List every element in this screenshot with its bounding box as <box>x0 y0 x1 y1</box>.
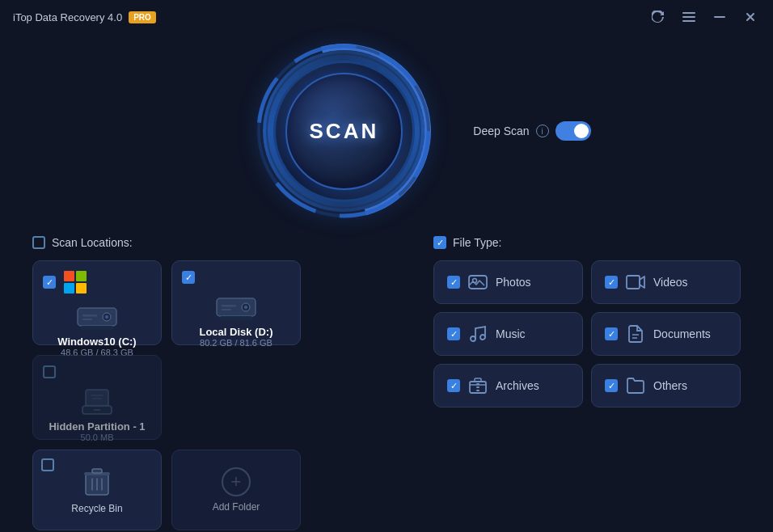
videos-icon <box>626 272 645 292</box>
title-controls <box>648 7 760 27</box>
hdd-d-icon <box>215 292 257 323</box>
recycle-bin-card[interactable]: Recycle Bin <box>32 450 162 530</box>
deep-scan-label: Deep Scan <box>473 125 529 137</box>
disk-hidden-name: Hidden Partition - 1 <box>43 420 151 433</box>
file-type-videos[interactable]: Videos <box>591 260 741 304</box>
disk-card-c-top <box>43 271 151 293</box>
videos-checkbox[interactable] <box>605 276 618 289</box>
file-type-grid: Photos Videos <box>433 260 741 407</box>
disk-hidden-icon-area <box>43 386 151 417</box>
file-types: File Type: Photos <box>433 236 741 407</box>
scan-outer-decoration <box>256 44 431 218</box>
recycle-bin-icon <box>82 466 112 498</box>
others-label: Others <box>653 379 687 392</box>
minimize-button[interactable] <box>710 7 729 27</box>
svg-rect-30 <box>92 469 102 473</box>
hdd-hidden-icon <box>76 386 118 417</box>
others-icon <box>626 376 645 395</box>
svg-point-37 <box>471 336 475 341</box>
scan-locations-checkbox[interactable] <box>32 236 45 249</box>
disk-d-icon-area <box>182 292 290 323</box>
disk-card-c[interactable]: Windows10 (C:) 48.6 GB / 68.3 GB <box>32 260 162 345</box>
title-left: iTop Data Recovery 4.0 PRO <box>13 11 156 23</box>
small-disk-row: Recycle Bin + Add Folder <box>32 450 409 530</box>
svg-rect-44 <box>476 386 479 388</box>
svg-rect-16 <box>220 316 252 320</box>
disk-card-d[interactable]: Local Disk (D:) 80.2 GB / 81.6 GB <box>171 260 301 345</box>
file-type-archives[interactable]: Archives <box>433 364 583 407</box>
info-icon[interactable]: i <box>536 125 549 137</box>
archives-checkbox[interactable] <box>447 379 460 392</box>
app-title: iTop Data Recovery 4.0 <box>13 11 122 23</box>
windows-icon <box>64 271 87 293</box>
music-label: Music <box>496 327 526 340</box>
documents-icon <box>626 324 645 344</box>
scan-locations: Scan Locations: <box>32 236 409 532</box>
deep-scan-area: Deep Scan i <box>473 121 590 141</box>
others-checkbox[interactable] <box>605 379 618 392</box>
svg-rect-2 <box>682 20 695 22</box>
svg-rect-12 <box>82 315 97 317</box>
add-folder-card[interactable]: + Add Folder <box>171 450 301 530</box>
svg-rect-19 <box>222 305 236 307</box>
photos-label: Photos <box>496 276 531 289</box>
disk-hidden-size: 50.0 MB <box>43 433 151 442</box>
music-icon <box>468 324 488 344</box>
add-folder-label: Add Folder <box>213 501 260 513</box>
videos-label: Videos <box>653 276 688 289</box>
file-type-photos[interactable]: Photos <box>433 260 583 304</box>
refresh-icon <box>652 11 665 23</box>
recycle-bin-label: Recycle Bin <box>71 503 122 514</box>
svg-point-18 <box>244 306 247 309</box>
deep-scan-toggle[interactable] <box>555 121 591 141</box>
svg-rect-36 <box>627 276 640 289</box>
disk-card-hidden-top <box>43 365 151 378</box>
documents-checkbox[interactable] <box>605 327 618 340</box>
deep-scan-row: Deep Scan i <box>473 121 590 141</box>
add-folder-icon: + <box>222 467 251 496</box>
file-type-music[interactable]: Music <box>433 312 583 356</box>
photos-icon <box>468 272 488 292</box>
file-type-documents[interactable]: Documents <box>591 312 741 356</box>
file-type-checkbox[interactable] <box>433 236 446 249</box>
file-type-title: File Type: <box>453 236 501 249</box>
close-button[interactable] <box>741 7 760 27</box>
disk-card-hidden[interactable]: Hidden Partition - 1 50.0 MB <box>32 355 162 440</box>
scan-area: SCAN Deep Scan i <box>32 34 741 236</box>
scan-locations-title: Scan Locations: <box>52 236 133 249</box>
svg-rect-1 <box>682 16 695 18</box>
minimize-icon <box>713 11 726 23</box>
close-icon <box>744 11 757 23</box>
disk-hidden-checkbox[interactable] <box>43 365 56 378</box>
documents-label: Documents <box>653 327 711 340</box>
file-type-others[interactable]: Others <box>591 364 741 407</box>
svg-rect-25 <box>91 395 103 396</box>
svg-point-11 <box>105 315 108 319</box>
menu-icon <box>682 11 695 23</box>
svg-rect-26 <box>92 398 102 399</box>
disk-d-size: 80.2 GB / 81.6 GB <box>182 338 290 348</box>
refresh-button[interactable] <box>648 7 668 27</box>
bottom-section: Scan Locations: <box>32 236 741 532</box>
svg-rect-3 <box>714 16 725 18</box>
file-types-header: File Type: <box>433 236 741 249</box>
disk-c-icon-area <box>43 302 151 332</box>
music-checkbox[interactable] <box>447 327 460 340</box>
menu-button[interactable] <box>679 7 699 27</box>
recycle-bin-checkbox[interactable] <box>41 458 54 471</box>
svg-rect-13 <box>82 319 92 320</box>
archives-icon <box>468 376 488 395</box>
photos-checkbox[interactable] <box>447 276 460 289</box>
disk-c-checkbox[interactable] <box>43 276 56 289</box>
title-bar: iTop Data Recovery 4.0 PRO <box>0 0 773 34</box>
svg-rect-45 <box>476 390 479 391</box>
disk-d-checkbox[interactable] <box>182 271 195 284</box>
svg-rect-0 <box>682 12 695 14</box>
svg-rect-9 <box>81 326 113 330</box>
svg-rect-20 <box>222 309 231 310</box>
disk-card-d-top <box>182 271 290 284</box>
main-content: SCAN Deep Scan i Scan Locations: <box>0 34 773 532</box>
disk-d-name: Local Disk (D:) <box>182 326 290 338</box>
svg-rect-42 <box>475 378 481 382</box>
scan-button-wrapper: SCAN <box>263 50 425 212</box>
